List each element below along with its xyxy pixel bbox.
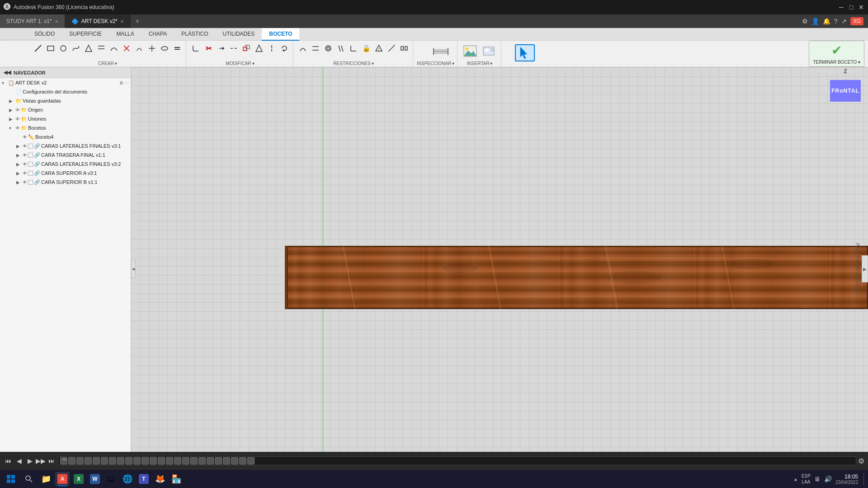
nav-supb-cb[interactable] bbox=[28, 180, 33, 185]
nav-item-cara-trasera[interactable]: ▶ 👁 🔗 CARA TRASERA FINAL v1:1 bbox=[0, 150, 131, 160]
navigator-collapse-icon[interactable]: ◀◀ bbox=[4, 70, 11, 75]
fix-tool[interactable]: 🔒 bbox=[360, 42, 372, 54]
trim-tool[interactable]: ✂ bbox=[203, 42, 214, 54]
timeline-mark-18[interactable] bbox=[207, 457, 214, 465]
rotate-tool[interactable] bbox=[278, 42, 290, 54]
menu-tab-malla[interactable]: MALLA bbox=[109, 28, 141, 41]
frontal-face-label[interactable]: FRoNTAL bbox=[830, 80, 861, 102]
help-icon[interactable]: ? bbox=[834, 18, 838, 25]
tab-close-active-icon[interactable]: ✕ bbox=[120, 19, 124, 24]
fusion-icon[interactable]: XG bbox=[850, 17, 863, 25]
timeline-mark-2[interactable] bbox=[76, 457, 84, 465]
timeline-last-btn[interactable]: ⏭ bbox=[47, 457, 56, 465]
nav-caras1-cb[interactable] bbox=[28, 144, 33, 149]
timeline-prev-btn[interactable]: ◀ bbox=[14, 457, 24, 465]
timeline-settings-icon[interactable]: ⚙ bbox=[858, 457, 864, 465]
timeline-mark-5[interactable] bbox=[101, 457, 108, 465]
circle-tool[interactable] bbox=[57, 42, 69, 54]
timeline-mark-10[interactable] bbox=[142, 457, 149, 465]
nav-origen-eye[interactable]: 👁 bbox=[15, 108, 20, 113]
coincident-tool[interactable] bbox=[297, 42, 309, 54]
timeline-mark-21[interactable] bbox=[231, 457, 238, 465]
tangent-tool[interactable] bbox=[386, 42, 397, 54]
nav-trasera-eye[interactable]: 👁 bbox=[23, 153, 27, 158]
menu-tab-utilidades[interactable]: UTILIDADES bbox=[216, 28, 262, 41]
notification-up-icon[interactable]: ▲ bbox=[793, 477, 798, 482]
expand-icon[interactable]: ↗ bbox=[841, 18, 847, 25]
timeline-mark-7[interactable] bbox=[117, 457, 124, 465]
menu-tab-chapa[interactable]: CHAPA bbox=[142, 28, 174, 41]
crear-label[interactable]: CREAR ▾ bbox=[32, 61, 183, 67]
nav-root-settings[interactable]: ⚙ bbox=[119, 80, 123, 85]
conic-tool[interactable] bbox=[121, 42, 132, 54]
modificar-label[interactable]: MODIFICAR ▾ bbox=[190, 61, 290, 67]
account-icon[interactable]: 👤 bbox=[811, 18, 819, 25]
taskbar-explorer[interactable]: 📁 bbox=[39, 472, 53, 486]
stretch-tool[interactable] bbox=[266, 42, 278, 54]
inspeccionar-label[interactable]: INSPECCIONAR ▾ bbox=[417, 61, 454, 67]
restricciones-label[interactable]: RESTRICCIONES ▾ bbox=[297, 61, 410, 67]
nav-caras2-eye[interactable]: 👁 bbox=[23, 162, 27, 167]
notification-icon[interactable]: 🔔 bbox=[823, 18, 830, 25]
timeline-mark-17[interactable] bbox=[198, 457, 206, 465]
symmetric-tool[interactable] bbox=[398, 42, 410, 54]
nav-bocetos-eye[interactable]: 👁 bbox=[15, 126, 20, 131]
right-panel-toggle[interactable]: ▶ bbox=[862, 255, 868, 282]
timeline-camera-icon[interactable]: 🎬 bbox=[60, 457, 67, 465]
canvas-tool[interactable] bbox=[480, 42, 498, 60]
timeline-mark-6[interactable] bbox=[109, 457, 116, 465]
spline-tool[interactable] bbox=[70, 42, 82, 54]
nav-item-caras-lat-2[interactable]: ▶ 👁 🔗 CARAS LATERALES FINALES v3:2 bbox=[0, 160, 131, 169]
nav-trasera-cb[interactable] bbox=[28, 153, 33, 158]
nav-uniones-eye[interactable]: 👁 bbox=[15, 117, 20, 122]
taskbar-phone[interactable]: 🏪 bbox=[169, 472, 184, 486]
timeline-track[interactable]: 🎬 bbox=[58, 456, 856, 465]
timeline-mark-4[interactable] bbox=[93, 457, 100, 465]
collinear-tool[interactable] bbox=[310, 42, 321, 54]
menu-tab-boceto[interactable]: BOCETO bbox=[262, 28, 299, 41]
axis-indicator[interactable]: Z FRoNTAL bbox=[827, 72, 863, 108]
select-tool[interactable] bbox=[509, 42, 541, 69]
tab-close-icon[interactable]: ✕ bbox=[55, 19, 58, 24]
parallel-tool[interactable] bbox=[335, 42, 347, 54]
timeline-mark-23[interactable] bbox=[247, 457, 255, 465]
timeline-mark-22[interactable] bbox=[239, 457, 246, 465]
viewport[interactable]: Z FRoNTAL ⊙ ✋ ⬜ ☰ ▶ PALETA DE BOCETO bbox=[131, 67, 868, 470]
pattern-tool[interactable] bbox=[146, 42, 158, 54]
timeline-mark-14[interactable] bbox=[174, 457, 181, 465]
timeline-next-btn[interactable]: ▶▶ bbox=[36, 457, 45, 465]
timeline-mark-8[interactable] bbox=[125, 457, 132, 465]
move-copy-tool[interactable] bbox=[241, 42, 252, 54]
perpendicular-tool[interactable] bbox=[348, 42, 359, 54]
nav-item-cara-sup-b[interactable]: ▶ 👁 🔗 CARA SUPERIOR B v1:1 bbox=[0, 178, 131, 187]
timeline-mark-19[interactable] bbox=[215, 457, 222, 465]
panel-divider[interactable]: ◀ bbox=[131, 260, 136, 278]
timeline-mark-13[interactable] bbox=[166, 457, 173, 465]
nav-root-more[interactable]: ⋯ bbox=[124, 80, 129, 85]
extend-tool[interactable] bbox=[215, 42, 227, 54]
polygon-tool[interactable] bbox=[95, 42, 107, 54]
nav-item-origen[interactable]: ▶ 👁 📁 Origen bbox=[0, 105, 131, 114]
menu-tab-solido[interactable]: SÓLIDO bbox=[27, 28, 62, 41]
taskbar-excel[interactable]: X bbox=[71, 472, 86, 486]
equal-tool[interactable] bbox=[171, 42, 183, 54]
taskbar-teams[interactable]: T bbox=[137, 472, 151, 486]
nav-item-uniones[interactable]: ▶ 👁 📁 Uniones bbox=[0, 114, 131, 123]
midpoint-tool[interactable] bbox=[373, 42, 385, 54]
ellipse-tool[interactable] bbox=[159, 42, 170, 54]
taskbar-chrome[interactable]: 🌐 bbox=[120, 472, 135, 486]
nav-root[interactable]: ▾ 📋 ART DESK v2 ⚙ ⋯ bbox=[0, 78, 131, 87]
taskbar-word[interactable]: W bbox=[88, 472, 102, 486]
search-button[interactable] bbox=[21, 471, 37, 487]
nav-caras1-eye[interactable]: 👁 bbox=[23, 144, 27, 149]
nav-supa-eye[interactable]: 👁 bbox=[23, 171, 27, 176]
tab-add-button[interactable]: + bbox=[131, 14, 144, 28]
timeline-play-btn[interactable]: ▶ bbox=[25, 457, 34, 465]
line-tool[interactable] bbox=[32, 42, 44, 54]
break-tool[interactable] bbox=[228, 42, 240, 54]
nav-item-config[interactable]: 📄 Configuración del documento bbox=[0, 87, 131, 96]
menu-tab-superficie[interactable]: SUPERFICIE bbox=[62, 28, 109, 41]
menu-tab-plastico[interactable]: PLÁSTICO bbox=[174, 28, 215, 41]
timeline-mark-9[interactable] bbox=[133, 457, 141, 465]
nav-caras2-cb[interactable] bbox=[28, 162, 33, 167]
